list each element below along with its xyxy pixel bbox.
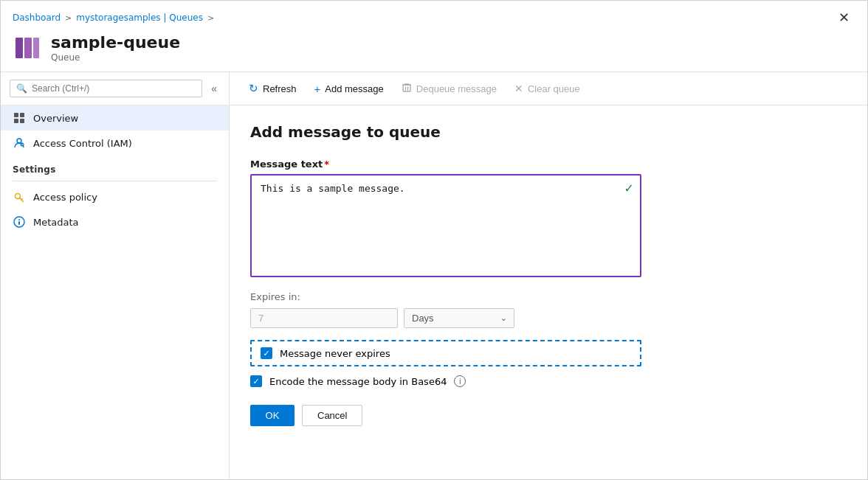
search-input-wrapper[interactable]: 🔍: [10, 80, 202, 97]
overview-icon: [13, 111, 26, 125]
svg-rect-2: [33, 38, 39, 58]
svg-point-12: [18, 219, 20, 220]
breadcrumb-sep2: >: [207, 13, 214, 23]
resource-icon: [13, 33, 42, 63]
cancel-button[interactable]: Cancel: [302, 405, 362, 426]
search-icon: 🔍: [16, 83, 27, 94]
encode-checkbox[interactable]: [250, 375, 262, 387]
message-text-group: Message text* This is a sample message. …: [250, 159, 847, 279]
breadcrumb-sep1: >: [65, 13, 72, 23]
clear-icon: ✕: [514, 83, 523, 94]
panel-title: Add message to queue: [250, 123, 847, 141]
textarea-wrapper: This is a sample message. ✓: [250, 174, 641, 279]
refresh-label: Refresh: [263, 83, 297, 94]
svg-rect-4: [20, 113, 24, 117]
close-button[interactable]: ✕: [833, 8, 855, 27]
clear-queue-button[interactable]: ✕ Clear queue: [507, 79, 588, 98]
settings-section-header: Settings: [1, 156, 229, 178]
search-input[interactable]: [32, 83, 196, 94]
svg-rect-6: [20, 119, 24, 123]
breadcrumb-dashboard[interactable]: Dashboard: [13, 13, 61, 23]
top-bar: Dashboard > mystoragesamples | Queues > …: [1, 1, 867, 27]
sidebar-item-metadata[interactable]: Metadata: [1, 209, 229, 234]
settings-divider: [13, 181, 217, 181]
add-message-label: Add message: [325, 83, 384, 94]
check-icon: ✓: [624, 181, 634, 195]
dequeue-message-button[interactable]: Dequeue message: [394, 79, 504, 99]
svg-rect-5: [14, 119, 18, 123]
breadcrumb: Dashboard > mystoragesamples | Queues >: [13, 13, 214, 23]
sidebar-item-iam[interactable]: Access Control (IAM): [1, 131, 229, 156]
main-layout: 🔍 « Overview: [1, 72, 867, 479]
encode-label: Encode the message body in Base64: [269, 376, 447, 387]
sidebar-item-access-policy[interactable]: Access policy: [1, 184, 229, 209]
action-buttons: OK Cancel: [250, 405, 847, 426]
info-icon: [13, 215, 26, 229]
required-star: *: [324, 159, 329, 170]
content-area: ↻ Refresh + Add message: [230, 72, 867, 479]
expires-unit-select[interactable]: Days: [404, 308, 514, 328]
expires-select-wrapper: Days ⌄: [404, 308, 514, 328]
encode-info-icon[interactable]: i: [454, 375, 466, 387]
add-message-button[interactable]: + Add message: [307, 79, 391, 99]
expires-label: Expires in:: [250, 291, 847, 302]
sidebar-metadata-label: Metadata: [33, 217, 79, 228]
message-textarea[interactable]: This is a sample message.: [250, 174, 641, 277]
toolbar: ↻ Refresh + Add message: [230, 72, 867, 105]
svg-rect-3: [14, 113, 18, 117]
encode-checkbox-row[interactable]: Encode the message body in Base64 i: [250, 375, 847, 387]
dequeue-message-label: Dequeue message: [416, 83, 497, 94]
main-window: Dashboard > mystoragesamples | Queues > …: [0, 0, 868, 480]
search-bar: 🔍 «: [1, 72, 229, 105]
sidebar-item-overview[interactable]: Overview: [1, 105, 229, 131]
expires-group: Expires in: Days ⌄: [250, 291, 847, 328]
sidebar: 🔍 « Overview: [1, 72, 230, 479]
sidebar-iam-label: Access Control (IAM): [33, 138, 132, 149]
svg-rect-1: [24, 38, 32, 58]
ok-button[interactable]: OK: [250, 405, 294, 426]
refresh-icon: ↻: [249, 82, 258, 95]
svg-rect-11: [18, 221, 20, 225]
never-expires-checkbox-row[interactable]: Message never expires: [250, 340, 641, 366]
clear-queue-label: Clear queue: [528, 83, 580, 94]
never-expires-checkbox[interactable]: [261, 347, 272, 359]
queue-icon: [14, 35, 41, 61]
sidebar-access-policy-label: Access policy: [33, 192, 97, 203]
key-icon: [13, 190, 26, 204]
expires-value-input[interactable]: [250, 308, 398, 328]
never-expires-label: Message never expires: [280, 348, 390, 359]
collapse-button[interactable]: «: [208, 80, 220, 97]
svg-rect-13: [403, 85, 410, 91]
add-icon: +: [314, 83, 321, 95]
resource-subtitle: Queue: [51, 52, 180, 63]
panel-content: Add message to queue Message text* This …: [230, 105, 867, 479]
resource-header: sample-queue Queue: [1, 27, 867, 72]
message-text-label: Message text*: [250, 159, 847, 170]
refresh-button[interactable]: ↻ Refresh: [241, 78, 304, 99]
iam-icon: [13, 136, 26, 150]
resource-name: sample-queue: [51, 33, 180, 52]
svg-point-7: [17, 139, 21, 143]
dequeue-icon: [402, 83, 412, 95]
breadcrumb-storage[interactable]: mystoragesamples | Queues: [76, 13, 203, 23]
svg-rect-0: [16, 38, 23, 58]
sidebar-overview-label: Overview: [33, 113, 78, 124]
expires-row: Days ⌄: [250, 308, 847, 328]
resource-title: sample-queue Queue: [51, 33, 180, 63]
